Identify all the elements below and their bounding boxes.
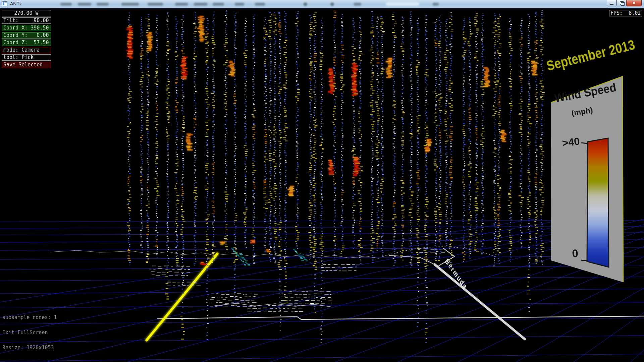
app-icon xyxy=(2,1,7,6)
status-exit-fullscreen: Exit FullScreen xyxy=(2,330,57,335)
save-selected-button[interactable]: Save Selected xyxy=(2,62,51,68)
hud-panel: 270.00 W Tilt: 90.00 Coord X: 390.50 Coo… xyxy=(2,10,51,69)
hud-coord-x-readout: Coord X: 390.50 xyxy=(2,25,51,31)
colorbar xyxy=(587,138,609,267)
minimize-icon xyxy=(610,4,613,5)
colorbar-max-label: >40 xyxy=(561,135,581,149)
window-title: ANTz xyxy=(10,1,22,6)
background-window-menu-blur xyxy=(0,0,470,8)
hud-mode-button[interactable]: mode: Camera xyxy=(2,47,51,53)
antz-window: Bermuda September 2013 Wind Speed (mph) … xyxy=(0,0,644,362)
legend-panel: Wind Speed (mph) >40 0 xyxy=(550,76,625,284)
colorbar-max-tick xyxy=(581,143,588,143)
minimize-button[interactable] xyxy=(607,0,616,6)
status-lines: subsample nodes: 1 Exit FullScreen Resiz… xyxy=(2,305,57,360)
colorbar-min-tick xyxy=(581,260,587,261)
close-icon: × xyxy=(627,0,641,6)
hud-coord-z-readout: Coord Z: 57.50 xyxy=(2,40,51,46)
fps-readout: FPS: 8.02 xyxy=(609,10,642,16)
hud-coord-y-readout: Coord Y: 0.00 xyxy=(2,32,51,39)
viewport-canvas[interactable] xyxy=(0,0,644,362)
hud-tilt-readout: Tilt: 90.00 xyxy=(2,17,51,24)
colorbar-min-label: 0 xyxy=(572,247,579,260)
hud-tool-button[interactable]: tool: Pick xyxy=(2,54,51,61)
status-subsample: subsample nodes: 1 xyxy=(2,315,57,320)
close-button[interactable]: × xyxy=(626,0,642,6)
hud-heading-readout: 270.00 W xyxy=(2,10,51,16)
status-resize: Resize: 1920x1053 xyxy=(2,345,57,350)
titlebar[interactable]: ANTz × xyxy=(0,0,644,8)
maximize-button[interactable] xyxy=(616,0,626,6)
